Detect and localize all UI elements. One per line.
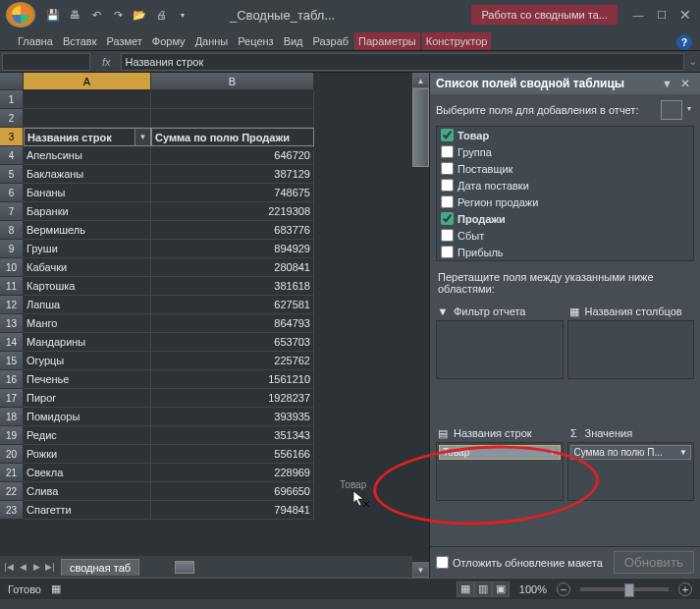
zoom-out-button[interactable]: − [557, 582, 570, 596]
cell[interactable]: 387129 [151, 165, 314, 184]
field-item[interactable]: Группа [437, 143, 693, 160]
values-drop-zone[interactable]: Сумма по полю П...▼ [567, 442, 695, 501]
scroll-up-icon[interactable]: ▲ [412, 73, 429, 88]
view-normal-icon[interactable]: ▦ [457, 581, 474, 597]
row-header[interactable]: 18 [0, 408, 24, 426]
macro-icon[interactable]: ▦ [51, 582, 61, 595]
row-header[interactable]: 13 [0, 314, 24, 333]
update-button[interactable]: Обновить [614, 551, 694, 574]
cell[interactable]: Пирог [24, 389, 151, 408]
chevron-down-icon[interactable]: ▼ [549, 448, 557, 457]
name-box[interactable] [2, 53, 90, 71]
field-item[interactable]: Продажи [437, 210, 693, 227]
row-header[interactable]: 5 [0, 165, 24, 184]
field-checkbox[interactable] [441, 179, 454, 192]
maximize-button[interactable]: ☐ [653, 6, 671, 24]
tab-data[interactable]: Данны [191, 32, 233, 50]
row-header[interactable]: 16 [0, 370, 24, 389]
field-checkbox[interactable] [441, 129, 454, 141]
field-checkbox[interactable] [441, 145, 454, 158]
cell[interactable] [24, 90, 151, 109]
tab-view[interactable]: Вид [280, 32, 307, 50]
zone-value-item[interactable]: Сумма по полю П...▼ [570, 445, 692, 460]
scrollbar-thumb[interactable] [175, 561, 194, 574]
open-icon[interactable]: 📂 [132, 7, 147, 23]
cell[interactable] [151, 109, 314, 128]
row-header[interactable]: 12 [0, 296, 24, 314]
cell[interactable]: 1928237 [151, 389, 314, 408]
cell[interactable]: 381618 [151, 277, 314, 296]
cell[interactable]: 228969 [151, 464, 314, 482]
cell[interactable]: Огурцы [24, 352, 151, 370]
save-icon[interactable]: 💾 [45, 7, 61, 23]
cell[interactable]: 351343 [151, 426, 314, 445]
cell[interactable]: Баклажаны [24, 165, 151, 184]
cell[interactable]: 225762 [151, 352, 314, 370]
sheet-nav-prev-icon[interactable]: ◀ [16, 559, 29, 575]
zoom-in-button[interactable]: + [678, 582, 692, 596]
cell[interactable] [151, 90, 314, 109]
tab-home[interactable]: Главна [14, 32, 57, 50]
field-checkbox[interactable] [441, 212, 454, 225]
cell[interactable] [24, 109, 151, 128]
help-icon[interactable]: ? [676, 34, 692, 50]
cell[interactable]: Вермишель [24, 221, 151, 240]
cell[interactable]: Слива [24, 482, 151, 501]
tab-insert[interactable]: Вставк [59, 32, 101, 50]
pane-menu-icon[interactable]: ▼ [658, 78, 676, 89]
cell[interactable]: 627581 [151, 296, 314, 314]
row-header[interactable]: 6 [0, 184, 24, 202]
row-header[interactable]: 3 [0, 128, 24, 146]
zoom-slider[interactable] [580, 587, 669, 591]
field-item[interactable]: Товар [437, 127, 693, 143]
row-header[interactable]: 23 [0, 501, 24, 520]
expand-formula-icon[interactable]: ⌄ [684, 55, 700, 68]
pane-close-icon[interactable]: ✕ [676, 77, 694, 90]
tab-options[interactable]: Параметры [354, 32, 420, 50]
minimize-button[interactable]: — [629, 6, 647, 24]
cell[interactable]: Баранки [24, 202, 151, 221]
view-pagebreak-icon[interactable]: ▣ [492, 581, 510, 597]
scroll-down-icon[interactable]: ▼ [412, 562, 429, 578]
field-checkbox[interactable] [441, 246, 454, 258]
pivot-values-header[interactable]: Сумма по полю Продажи [151, 128, 314, 146]
columns-drop-zone[interactable] [567, 320, 695, 379]
sheet-tab[interactable]: сводная таб [61, 559, 139, 576]
cell[interactable]: Лапша [24, 296, 151, 314]
col-header-a[interactable]: A [24, 73, 151, 90]
row-header[interactable]: 17 [0, 389, 24, 408]
field-item[interactable]: Регион продажи [437, 194, 693, 210]
row-header[interactable]: 20 [0, 445, 24, 464]
cell[interactable]: Рожки [24, 445, 151, 464]
field-item[interactable]: Дата поставки [437, 177, 693, 194]
row-header[interactable]: 11 [0, 277, 24, 296]
horizontal-scrollbar[interactable] [145, 561, 412, 574]
cell[interactable]: 794841 [151, 501, 314, 520]
tab-developer[interactable]: Разраб [309, 32, 353, 50]
row-header[interactable]: 4 [0, 146, 24, 165]
print-icon[interactable]: 🖨 [153, 7, 169, 23]
cell[interactable]: 653703 [151, 333, 314, 352]
sheet-nav-next-icon[interactable]: ▶ [29, 559, 43, 575]
row-header[interactable]: 2 [0, 109, 24, 128]
cell[interactable]: Свекла [24, 464, 151, 482]
row-header[interactable]: 15 [0, 352, 24, 370]
cell[interactable]: 2219308 [151, 202, 314, 221]
cell[interactable]: Бананы [24, 184, 151, 202]
cell[interactable]: 696650 [151, 482, 314, 501]
redo-icon[interactable]: ↷ [110, 7, 126, 23]
filter-drop-zone[interactable] [436, 320, 564, 379]
cell[interactable]: Манго [24, 314, 151, 333]
defer-update-checkbox[interactable]: Отложить обновление макета [436, 556, 608, 569]
field-checkbox[interactable] [441, 195, 454, 208]
row-header[interactable]: 9 [0, 240, 24, 258]
cell[interactable]: Печенье [24, 370, 151, 389]
cell[interactable]: Апельсины [24, 146, 151, 165]
row-header[interactable]: 10 [0, 258, 24, 277]
view-layout-icon[interactable]: ▥ [474, 581, 492, 597]
cell[interactable]: 1561210 [151, 370, 314, 389]
cell[interactable]: Мандарины [24, 333, 151, 352]
zone-row-item[interactable]: Товар▼ [439, 445, 561, 460]
field-item[interactable]: Поставщик [437, 160, 693, 177]
tab-review[interactable]: Реценз [234, 32, 277, 50]
